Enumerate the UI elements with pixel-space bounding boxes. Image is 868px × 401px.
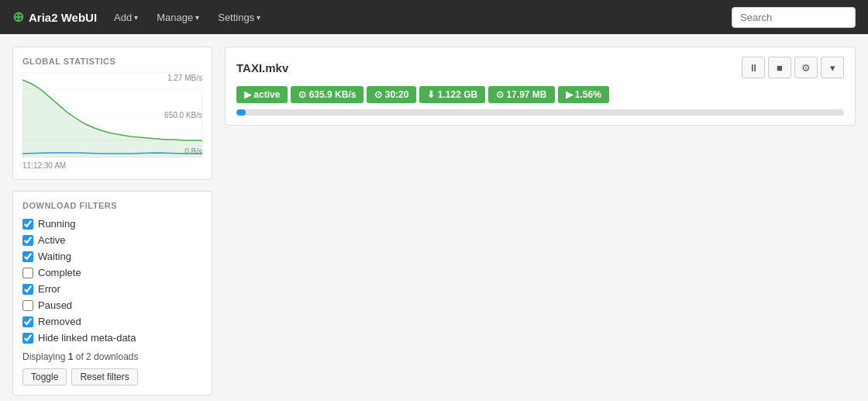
display-middle: of [73, 351, 86, 362]
nav-settings-label: Settings [218, 12, 254, 23]
display-suffix: downloads [91, 351, 139, 362]
main-content: TAXI.mkv ⏸ ■ ⚙ ▾ ▶ active ⊙ 635.9 KB/s ⊙… [225, 47, 856, 396]
search-input[interactable] [732, 7, 856, 28]
download-actions: ⏸ ■ ⚙ ▾ [742, 57, 844, 78]
badge-size: ⬇ 1.122 GB [419, 86, 485, 103]
filter-paused-label: Paused [38, 299, 72, 311]
brand-icon: ⊕ [12, 9, 24, 26]
badge-time: ⊙ 30:20 [367, 86, 416, 103]
more-button[interactable]: ▾ [821, 57, 844, 78]
filter-removed[interactable]: Removed [22, 316, 202, 327]
filter-complete-checkbox[interactable] [22, 268, 33, 278]
filter-paused-checkbox[interactable] [22, 300, 33, 311]
stats-chart [22, 72, 202, 157]
stats-panel: GLOBAL STATISTICS 1.27 M [12, 47, 212, 180]
sidebar: GLOBAL STATISTICS 1.27 M [12, 47, 212, 396]
filter-active-checkbox[interactable] [22, 235, 33, 246]
display-total: 2 [86, 351, 91, 362]
navbar: ⊕ Aria2 WebUI Add ▾ Manage ▾ Settings ▾ [0, 0, 868, 34]
nav-add-caret: ▾ [134, 13, 138, 22]
filter-running-label: Running [38, 218, 75, 230]
filter-removed-label: Removed [38, 316, 81, 327]
nav-manage[interactable]: Manage ▾ [155, 12, 201, 23]
filter-waiting-label: Waiting [38, 251, 71, 262]
pause-button[interactable]: ⏸ [742, 57, 765, 78]
filter-footer: Displaying 1 of 2 downloads [22, 351, 202, 362]
filter-waiting[interactable]: Waiting [22, 251, 202, 262]
filters-panel: DOWNLOAD FILTERS Running Active Waiting … [12, 191, 212, 396]
nav-settings-caret: ▾ [257, 13, 260, 22]
filter-paused[interactable]: Paused [22, 299, 202, 311]
display-prefix: Displaying [22, 351, 68, 362]
filter-error[interactable]: Error [22, 283, 202, 295]
stats-title: GLOBAL STATISTICS [22, 57, 202, 66]
filter-hide-meta-checkbox[interactable] [22, 333, 33, 344]
filter-waiting-checkbox[interactable] [22, 251, 33, 262]
nav-add-label: Add [114, 12, 132, 23]
filter-hide-meta-label: Hide linked meta-data [38, 332, 136, 344]
filter-error-label: Error [38, 283, 60, 295]
download-header: TAXI.mkv ⏸ ■ ⚙ ▾ [236, 57, 844, 78]
download-title: TAXI.mkv [236, 61, 288, 74]
badge-speed: ⊙ 635.9 KB/s [291, 86, 363, 103]
filter-error-checkbox[interactable] [22, 284, 33, 295]
filter-active[interactable]: Active [22, 234, 202, 246]
nav-manage-caret: ▾ [195, 13, 199, 22]
filter-removed-checkbox[interactable] [22, 316, 33, 327]
nav-add[interactable]: Add ▾ [112, 12, 140, 23]
main-layout: GLOBAL STATISTICS 1.27 M [0, 34, 868, 401]
progress-bar-container [236, 109, 844, 116]
chart-container: 1.27 MB/s 650.0 KB/s 0 B/s 11:12:30 AM [22, 72, 202, 170]
badge-percent: ▶ 1.56% [558, 86, 609, 103]
progress-fill [236, 109, 246, 116]
filter-running[interactable]: Running [22, 218, 202, 230]
filters-title: DOWNLOAD FILTERS [22, 201, 202, 210]
stop-button[interactable]: ■ [768, 57, 791, 78]
badge-downloaded: ⊙ 17.97 MB [488, 86, 554, 103]
filter-running-checkbox[interactable] [22, 219, 33, 230]
nav-settings[interactable]: Settings ▾ [216, 12, 262, 23]
nav-manage-label: Manage [157, 12, 193, 23]
badge-active: ▶ active [236, 86, 288, 103]
chart-x-time: 11:12:30 AM [22, 161, 66, 170]
toggle-button[interactable]: Toggle [22, 368, 67, 385]
filter-hide-meta[interactable]: Hide linked meta-data [22, 332, 202, 344]
filter-active-label: Active [38, 234, 65, 246]
filter-buttons: Toggle Reset filters [22, 368, 202, 385]
download-settings-button[interactable]: ⚙ [794, 57, 818, 78]
search-container [732, 7, 856, 28]
filter-complete[interactable]: Complete [22, 267, 202, 278]
chart-x-labels: 11:12:30 AM [22, 161, 202, 170]
brand: ⊕ Aria2 WebUI [12, 9, 97, 26]
filter-complete-label: Complete [38, 267, 81, 278]
brand-title: Aria2 WebUI [29, 11, 97, 24]
reset-filters-button[interactable]: Reset filters [71, 368, 137, 385]
download-card: TAXI.mkv ⏸ ■ ⚙ ▾ ▶ active ⊙ 635.9 KB/s ⊙… [225, 47, 856, 126]
status-bar: ▶ active ⊙ 635.9 KB/s ⊙ 30:20 ⬇ 1.122 GB… [236, 86, 844, 103]
